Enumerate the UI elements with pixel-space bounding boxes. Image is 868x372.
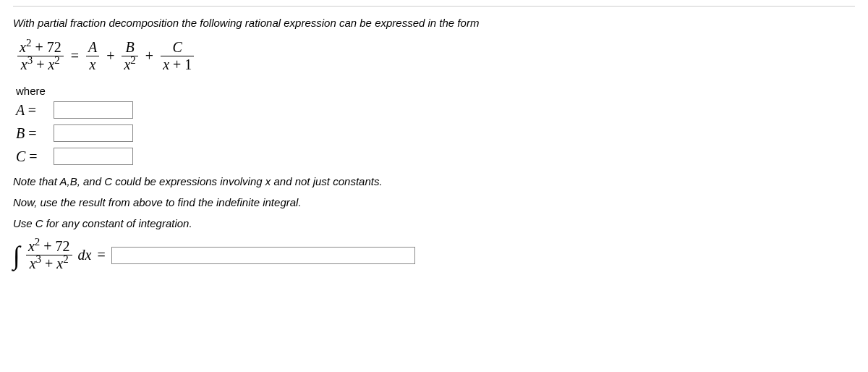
input-integral[interactable]: [111, 247, 415, 264]
plus-1: +: [106, 48, 114, 64]
equals-sign: =: [71, 48, 79, 64]
integral-equals: =: [97, 247, 105, 263]
top-rule: [13, 6, 855, 7]
now-text: Now, use the result from above to find t…: [13, 196, 855, 208]
plus-2: +: [145, 48, 153, 64]
dx: dx: [78, 247, 92, 263]
label-C: C =: [16, 148, 48, 165]
integral-row: ∫ x2 + 72 x3 + x2 dx =: [13, 238, 855, 272]
label-A: A =: [16, 102, 48, 119]
term-A: A x: [86, 39, 99, 73]
row-A: A =: [16, 101, 855, 119]
decomposition-equation: x2 + 72 x3 + x2 = A x + B x2 + C x + 1: [17, 39, 855, 73]
where-label: where: [16, 85, 855, 97]
input-A[interactable]: [54, 101, 133, 119]
note-text: Note that A,B, and C could be expression…: [13, 175, 855, 187]
lhs-den: x3 + x2: [17, 56, 64, 73]
lhs-fraction: x2 + 72 x3 + x2: [17, 39, 64, 73]
term-C: C x + 1: [161, 39, 194, 73]
label-B: B =: [16, 125, 48, 142]
intro-text: With partial fraction decomposition the …: [13, 17, 855, 29]
lhs-num: x2 + 72: [17, 39, 64, 56]
usec-text: Use C for any constant of integration.: [13, 217, 855, 229]
input-C[interactable]: [54, 148, 133, 165]
integrand-fraction: x2 + 72 x3 + x2: [26, 238, 72, 272]
integral-sign: ∫: [13, 242, 20, 269]
row-B: B =: [16, 124, 855, 142]
term-B: B x2: [122, 39, 137, 73]
input-B[interactable]: [54, 124, 133, 142]
row-C: C =: [16, 148, 855, 165]
